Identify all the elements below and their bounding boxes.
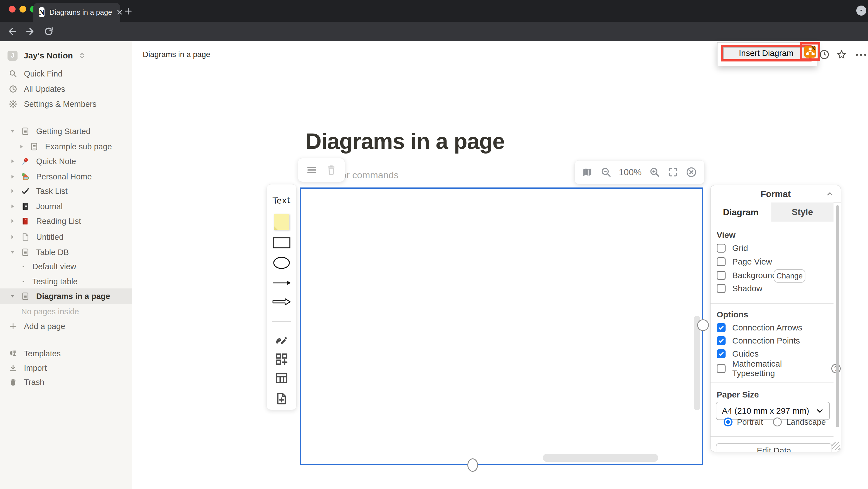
fullscreen-icon[interactable] xyxy=(668,166,679,178)
background-checkbox[interactable] xyxy=(717,271,725,280)
minimap-icon[interactable] xyxy=(582,166,593,178)
canvas-resize-handle-bottom[interactable] xyxy=(467,458,478,472)
browser-tab[interactable]: N Diagrams in a page xyxy=(33,3,120,22)
sidebar-page-example-sub-page[interactable]: Example sub page xyxy=(0,139,132,154)
portrait-radio[interactable] xyxy=(723,418,733,426)
new-tab-button[interactable] xyxy=(124,7,133,16)
page-view-option[interactable]: Page View xyxy=(717,255,772,268)
breadcrumb[interactable]: Diagrams in a page xyxy=(143,50,210,59)
delete-trash-icon[interactable] xyxy=(327,165,336,175)
drag-menu-icon[interactable] xyxy=(307,166,317,174)
panel-scrollbar[interactable] xyxy=(836,205,839,427)
page-favorite-star-icon[interactable] xyxy=(836,49,847,60)
palette-table-tool[interactable] xyxy=(267,371,296,385)
edit-data-button[interactable]: Edit Data xyxy=(716,443,832,452)
close-diagram-icon[interactable] xyxy=(685,166,697,178)
collapse-triangle-icon[interactable] xyxy=(8,293,17,299)
shadow-option[interactable]: Shadow xyxy=(717,282,762,295)
collapse-triangle-icon[interactable] xyxy=(8,249,17,255)
sidebar-page-task-list[interactable]: Task List xyxy=(0,184,132,198)
page-view-checkbox[interactable] xyxy=(717,257,725,266)
sidebar-page-table-db[interactable]: Table DB xyxy=(0,245,132,260)
expand-triangle-icon[interactable] xyxy=(8,188,17,194)
expand-triangle-icon[interactable] xyxy=(8,203,17,210)
window-minimize-button[interactable] xyxy=(20,6,26,12)
sidebar-item-import[interactable]: Import xyxy=(0,361,132,375)
shadow-label: Shadow xyxy=(732,284,762,293)
palette-arrow-tool[interactable] xyxy=(267,277,296,288)
drawio-extension-icon[interactable]: N xyxy=(804,46,816,58)
math-typesetting-checkbox[interactable] xyxy=(717,364,725,373)
connection-arrows-option[interactable]: Connection Arrows xyxy=(717,321,802,334)
tab-style[interactable]: Style xyxy=(771,203,834,222)
sidebar-page-reading-list[interactable]: Reading List xyxy=(0,214,132,228)
grid-option[interactable]: Grid xyxy=(717,241,748,255)
zoom-in-icon[interactable] xyxy=(649,166,660,178)
guides-checkbox[interactable] xyxy=(717,349,725,358)
sidebar-item-quick-find[interactable]: Quick Find xyxy=(0,66,132,81)
sidebar-view-testing-table[interactable]: Testing table xyxy=(0,274,132,289)
palette-note-tool[interactable] xyxy=(267,213,296,230)
landscape-radio[interactable] xyxy=(773,418,782,426)
page-updates-clock-icon[interactable] xyxy=(819,49,830,60)
collapse-triangle-icon[interactable] xyxy=(8,128,17,134)
sidebar-item-settings[interactable]: Settings & Members xyxy=(0,96,132,112)
sidebar-add-a-page[interactable]: Add a page xyxy=(0,319,132,334)
connection-arrows-checkbox[interactable] xyxy=(717,323,725,332)
palette-ellipse-tool[interactable] xyxy=(267,254,296,271)
forward-icon[interactable] xyxy=(25,26,36,37)
background-option[interactable]: Background xyxy=(717,269,777,282)
reload-icon[interactable] xyxy=(43,26,54,37)
sidebar-view-label: Testing table xyxy=(32,277,78,286)
landscape-label: Landscape xyxy=(786,418,826,427)
diagram-canvas[interactable] xyxy=(300,187,703,465)
expand-triangle-icon[interactable] xyxy=(8,218,17,224)
tab-close-icon[interactable] xyxy=(116,9,123,16)
connection-points-option[interactable]: Connection Points xyxy=(717,334,800,347)
guides-option[interactable]: Guides xyxy=(717,347,759,361)
shadow-checkbox[interactable] xyxy=(717,284,725,293)
zoom-level[interactable]: 100% xyxy=(619,167,642,178)
palette-freehand-tool[interactable] xyxy=(267,333,296,347)
workspace-switcher[interactable]: J Jay's Notion xyxy=(0,47,132,64)
sidebar-page-getting-started[interactable]: Getting Started xyxy=(0,124,132,139)
insert-diagram-label: Insert Diagram xyxy=(739,49,794,58)
window-close-button[interactable] xyxy=(9,6,16,12)
sidebar-item-trash[interactable]: Trash xyxy=(0,375,132,390)
zoom-out-icon[interactable] xyxy=(600,166,612,178)
back-icon[interactable] xyxy=(7,26,17,37)
sidebar-item-all-updates[interactable]: All Updates xyxy=(0,82,132,96)
sidebar-page-quick-note[interactable]: Quick Note xyxy=(0,154,132,169)
tab-diagram[interactable]: Diagram xyxy=(711,203,771,222)
sidebar-page-personal-home[interactable]: Personal Home xyxy=(0,169,132,184)
expand-triangle-icon[interactable] xyxy=(17,144,26,150)
change-background-button[interactable]: Change xyxy=(774,269,805,283)
math-typesetting-option[interactable]: Mathematical Typesetting ? xyxy=(717,362,841,375)
tab-search-button[interactable] xyxy=(856,6,866,16)
insert-diagram-button[interactable]: Insert Diagram xyxy=(723,47,809,59)
page-title[interactable]: Diagrams in a page xyxy=(306,128,505,154)
sticky-note-icon xyxy=(274,214,289,230)
canvas-horizontal-scrollbar[interactable] xyxy=(543,454,658,462)
palette-insert-page-tool[interactable] xyxy=(267,391,296,406)
sidebar-view-default-view[interactable]: Default view xyxy=(0,259,132,274)
sidebar-page-diagrams-in-a-page[interactable]: Diagrams in a page xyxy=(0,288,132,304)
page-more-ellipsis-icon[interactable] xyxy=(855,52,867,58)
grid-checkbox[interactable] xyxy=(717,244,725,252)
palette-rectangle-tool[interactable] xyxy=(267,235,296,251)
collapse-chevron-icon[interactable] xyxy=(826,190,834,198)
connection-points-checkbox[interactable] xyxy=(717,336,725,345)
canvas-vertical-scrollbar[interactable] xyxy=(694,316,700,410)
palette-text-tool[interactable]: Text xyxy=(267,194,296,206)
sidebar-item-templates[interactable]: Templates xyxy=(0,346,132,361)
palette-block-arrow-tool[interactable] xyxy=(267,296,296,308)
palette-more-shapes-tool[interactable] xyxy=(267,352,296,366)
expand-triangle-icon[interactable] xyxy=(8,174,17,180)
expand-triangle-icon[interactable] xyxy=(8,234,17,240)
expand-triangle-icon[interactable] xyxy=(8,158,17,164)
sidebar-page-untitled[interactable]: Untitled xyxy=(0,230,132,245)
canvas-resize-handle-right[interactable] xyxy=(697,319,709,331)
panel-resize-grip[interactable] xyxy=(832,442,840,450)
no-pages-label: No pages inside xyxy=(21,307,79,316)
sidebar-page-journal[interactable]: Journal xyxy=(0,199,132,214)
